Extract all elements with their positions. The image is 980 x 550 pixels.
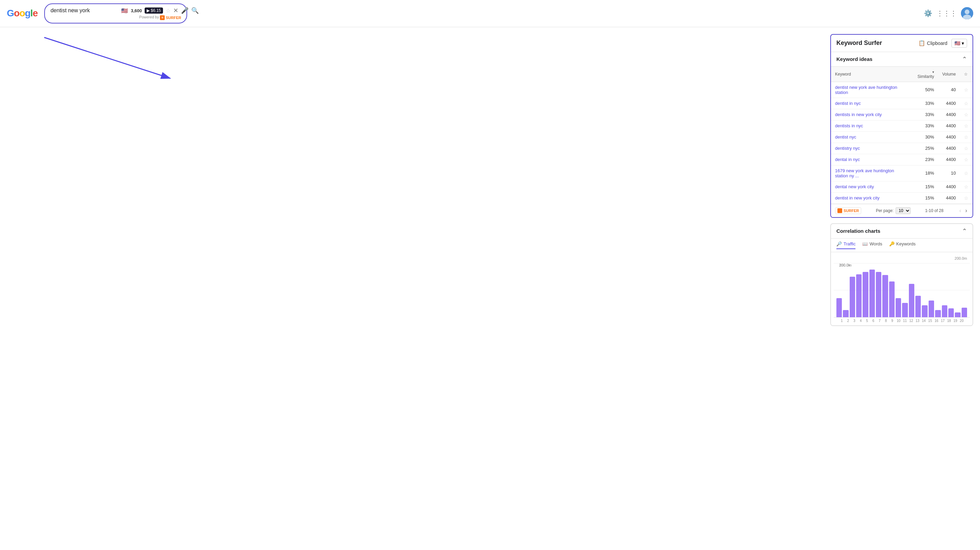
bar (862, 272, 868, 317)
keyword-link[interactable]: dentist in new york city (835, 195, 880, 201)
keyword-link[interactable]: dental in nyc (835, 157, 860, 162)
similarity-value: 25% (911, 143, 938, 154)
x-label: 10 (896, 319, 901, 323)
annotation-arrow (34, 27, 187, 88)
similarity-value: 33% (911, 109, 938, 120)
sidebar: Keyword Surfer 📋 Clipboard 🇺🇸 ▾ Keyword … (830, 34, 973, 326)
similarity-value: 33% (911, 98, 938, 109)
collapse-icon[interactable]: ⌃ (962, 56, 967, 63)
keyword-link[interactable]: dentists in new york city (835, 112, 882, 117)
similarity-value: 15% (911, 192, 938, 204)
chart-area: 200.0m 200.0m 100.0k 1234567891011121314… (831, 252, 972, 325)
bar (889, 281, 894, 317)
pagination-nav: ‹ › (958, 207, 969, 214)
star-button[interactable]: ☆ (960, 131, 972, 143)
apps-button[interactable]: ⋮⋮⋮ (937, 9, 957, 18)
bar (850, 277, 855, 317)
x-label: 15 (928, 319, 933, 323)
keywords-tab-label: Keywords (896, 241, 916, 246)
ks-panel-header: Keyword Surfer 📋 Clipboard 🇺🇸 ▾ (831, 35, 972, 52)
similarity-value: 23% (911, 154, 938, 165)
dropdown-arrow-icon: ▾ (962, 40, 964, 46)
traffic-tab-icon: 🔎 (837, 241, 842, 246)
surfer-badge: SURFER (835, 207, 861, 214)
ki-footer: SURFER Per page: 10 20 50 1-10 of 28 ‹ (831, 204, 972, 217)
per-page-wrapper: Per page: 10 20 50 (876, 207, 911, 214)
bar (869, 269, 875, 317)
bar (902, 303, 907, 317)
tab-words[interactable]: 📖 Words (862, 241, 882, 249)
star-icon[interactable]: ☆ (166, 8, 170, 14)
bar (948, 308, 954, 317)
traffic-tab-label: Traffic (843, 241, 856, 246)
keyword-link[interactable]: dentist new york ave huntington station (835, 85, 897, 95)
star-button[interactable]: ☆ (960, 98, 972, 109)
flag-us-icon: 🇺🇸 (955, 40, 960, 46)
settings-button[interactable]: ⚙️ (924, 9, 932, 18)
star-button[interactable]: ☆ (960, 192, 972, 204)
tab-traffic[interactable]: 🔎 Traffic (837, 241, 856, 249)
search-input[interactable] (50, 8, 118, 14)
star-button[interactable]: ☆ (960, 154, 972, 165)
bar (896, 298, 901, 317)
table-row: dental in nyc 23% 4400 ☆ (831, 154, 972, 165)
bar (935, 310, 940, 317)
search-volume: 3,600 (130, 8, 142, 13)
avatar[interactable] (961, 7, 973, 19)
bar (909, 284, 914, 317)
prev-page-button[interactable]: ‹ (958, 207, 962, 214)
cc-collapse-icon[interactable]: ⌃ (962, 227, 967, 235)
keyword-link[interactable]: dental new york city (835, 184, 874, 189)
x-label: 9 (889, 319, 895, 323)
gridline-top (834, 263, 970, 263)
flag-dropdown[interactable]: 🇺🇸 ▾ (951, 39, 967, 48)
flag-icon: 🇺🇸 (121, 8, 128, 14)
next-page-button[interactable]: › (964, 207, 969, 214)
x-label: 5 (864, 319, 870, 323)
cc-title: Correlation charts (837, 228, 880, 234)
star-button[interactable]: ☆ (960, 143, 972, 154)
per-page-select[interactable]: 10 20 50 (896, 207, 911, 214)
mic-icon[interactable]: 🎤 (181, 7, 189, 14)
pagination-info: 1-10 of 28 (925, 208, 943, 213)
star-button[interactable]: ☆ (960, 181, 972, 192)
search-button[interactable]: 🔍 (191, 7, 199, 14)
col-volume: Volume (938, 67, 960, 82)
keyword-link[interactable]: dentist in nyc (835, 101, 861, 106)
bar (882, 275, 888, 317)
keyword-link[interactable]: dentistry nyc (835, 146, 860, 151)
x-labels: 1234567891011121314151617181920 (834, 317, 970, 323)
clipboard-label: Clipboard (927, 40, 947, 46)
table-row: dentistry nyc 25% 4400 ☆ (831, 143, 972, 154)
table-row: dentist in new york city 15% 4400 ☆ (831, 192, 972, 204)
x-label: 18 (946, 319, 952, 323)
cpc-value: $6.15 (151, 8, 161, 13)
similarity-value: 15% (911, 181, 938, 192)
keyword-surfer-panel: Keyword Surfer 📋 Clipboard 🇺🇸 ▾ Keyword … (830, 34, 973, 218)
tab-keywords[interactable]: 🔑 Keywords (889, 241, 916, 249)
volume-value: 4400 (938, 98, 960, 109)
star-button[interactable]: ☆ (960, 165, 972, 181)
star-button[interactable]: ☆ (960, 120, 972, 131)
x-label: 20 (959, 319, 964, 323)
per-page-label: Per page: (876, 208, 894, 213)
keyword-link[interactable]: 1679 new york ave huntington station ny … (835, 168, 894, 179)
sort-arrow-icon: ▾ (932, 70, 934, 74)
google-logo: Google (7, 8, 37, 19)
search-meta: 🇺🇸 3,600 ▶ $6.15 ☆ ✕ 🎤 🔍 (121, 7, 199, 14)
x-label: 13 (915, 319, 920, 323)
volume-value: 4400 (938, 120, 960, 131)
x-label: 17 (940, 319, 946, 323)
star-button[interactable]: ☆ (960, 82, 972, 98)
correlation-charts-panel: Correlation charts ⌃ 🔎 Traffic 📖 Words 🔑… (830, 223, 973, 326)
surfer-logo: S SURFER (160, 15, 181, 20)
similarity-value: 30% (911, 131, 938, 143)
clipboard-button[interactable]: 📋 Clipboard (918, 40, 947, 46)
keyword-link[interactable]: dentists in nyc (835, 123, 863, 128)
col-similarity[interactable]: ▾ Similarity (911, 67, 938, 82)
star-button[interactable]: ☆ (960, 109, 972, 120)
keyword-link[interactable]: dentist nyc (835, 134, 856, 140)
x-label: 1 (839, 319, 845, 323)
close-icon[interactable]: ✕ (173, 7, 178, 14)
x-label: 12 (908, 319, 914, 323)
